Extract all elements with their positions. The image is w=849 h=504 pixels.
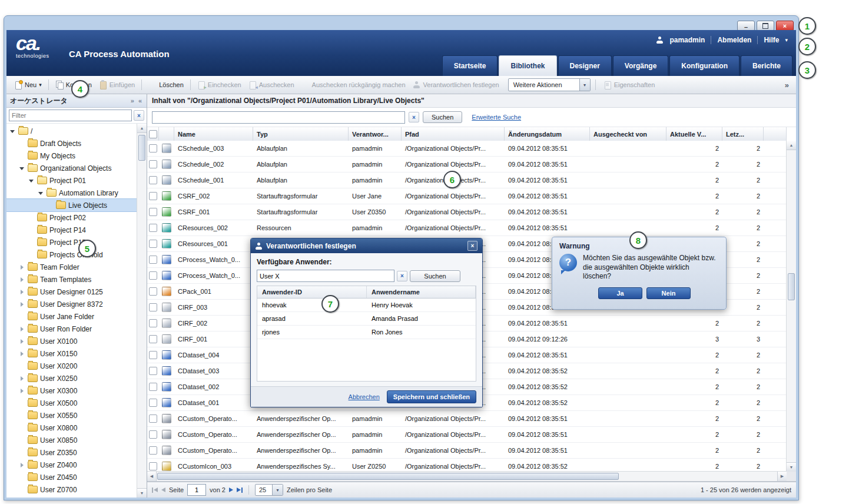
tree-item-root[interactable]: /	[6, 125, 137, 137]
page-number-input[interactable]	[187, 484, 206, 496]
table-row[interactable]: CSchedule_003Ablaufplanpamadmin/Organiza…	[147, 141, 787, 157]
row-checkbox[interactable]	[149, 319, 157, 327]
logout-link[interactable]: Abmelden	[717, 36, 751, 44]
tab-designer[interactable]: Designer	[558, 55, 612, 76]
column-pfad[interactable]: Pfad	[402, 127, 505, 141]
column-anwendername[interactable]: Anwendername	[367, 286, 476, 298]
row-checkbox[interactable]	[149, 176, 157, 184]
tree-item-user-z0450[interactable]: User Z0450	[6, 471, 137, 483]
tree-collapsed-icon[interactable]	[18, 374, 26, 382]
tree-item-user-x0150[interactable]: User X0150	[6, 347, 137, 360]
tree-collapsed-icon[interactable]	[18, 337, 26, 345]
tree-item-user-x0550[interactable]: User X0550	[6, 409, 137, 422]
tree-scrollbar[interactable]: ▲ ▼	[137, 124, 147, 498]
l-schen-button[interactable]: Löschen	[145, 79, 187, 91]
column-anwender-id[interactable]: Anwender-ID	[257, 286, 367, 298]
search-button[interactable]: Suchen	[423, 111, 462, 123]
scroll-down-icon[interactable]: ▼	[137, 488, 147, 498]
table-row[interactable]: CSchedule_002Ablaufplanpamadmin/Organiza…	[147, 157, 787, 173]
row-checkbox[interactable]	[149, 144, 157, 152]
sidebar-collapse-icons[interactable]: » «	[131, 97, 143, 104]
tab-startseite[interactable]: Startseite	[442, 55, 498, 76]
tree-collapsed-icon[interactable]	[18, 350, 26, 357]
tree-item-user-designer-0125[interactable]: User Designer 0125	[6, 286, 137, 298]
search-clear-icon[interactable]: ×	[409, 112, 419, 122]
tree-expanded-icon[interactable]	[28, 177, 35, 184]
help-menu[interactable]: Hilfe	[764, 36, 779, 44]
scroll-thumb[interactable]	[138, 135, 145, 161]
scroll-down-icon[interactable]: ▼	[787, 462, 796, 472]
tree-collapsed-icon[interactable]	[18, 263, 26, 271]
neu-button[interactable]: Neu▾	[11, 79, 45, 91]
dialog-close-icon[interactable]: ×	[467, 241, 477, 251]
tree-expanded-icon[interactable]	[37, 189, 45, 197]
tree-item-team-templates[interactable]: Team Templates	[6, 273, 137, 286]
save-and-close-button[interactable]: Speichern und schließen	[387, 390, 476, 403]
tree-item-my-objects[interactable]: My Objects	[6, 150, 137, 162]
user-row[interactable]: rjonesRon Jones	[257, 326, 476, 339]
column-aktuelle-version[interactable]: Aktuelle V...	[666, 127, 722, 141]
row-checkbox[interactable]	[149, 271, 157, 280]
scroll-up-icon[interactable]: ▲	[787, 141, 796, 150]
tree-collapsed-icon[interactable]	[18, 276, 26, 283]
table-row[interactable]: CSRF_002StartauftragsformularUser Jane/O…	[147, 188, 787, 204]
grid-horizontal-scrollbar[interactable]: ◀ ▶	[147, 471, 787, 481]
row-checkbox[interactable]	[149, 240, 157, 248]
tree-item-live-objects[interactable]: Live Objects	[6, 199, 137, 211]
row-checkbox[interactable]	[149, 367, 157, 375]
tree-item-project-p02[interactable]: Project P02	[6, 211, 137, 224]
table-row[interactable]: CCustomIcon_003Anwenderspezifisches Sy..…	[147, 459, 787, 472]
scroll-right-icon[interactable]: ▶	[777, 472, 787, 481]
column-letzte-version[interactable]: Letz...	[722, 127, 764, 141]
tree-collapsed-icon[interactable]	[18, 461, 26, 469]
row-checkbox[interactable]	[149, 287, 157, 296]
table-row[interactable]: CSRF_001StartauftragsformularUser Z0350/…	[147, 204, 787, 220]
row-checkbox[interactable]	[149, 462, 157, 470]
row-checkbox[interactable]	[149, 303, 157, 311]
user-search-input[interactable]	[257, 270, 394, 282]
tree-expanded-icon[interactable]	[9, 127, 16, 135]
tree-item-user-z0700[interactable]: User Z0700	[6, 483, 137, 496]
grid-vertical-scrollbar[interactable]: ▲ ▼	[786, 141, 796, 472]
tree-collapsed-icon[interactable]	[18, 300, 26, 308]
tree-item-draft-objects[interactable]: Draft Objects	[6, 137, 137, 150]
scroll-thumb[interactable]	[788, 273, 795, 300]
more-actions-dropdown[interactable]: Weitere Aktionen ▾	[508, 78, 591, 91]
scroll-thumb[interactable]	[157, 473, 619, 480]
row-checkbox[interactable]	[149, 399, 157, 407]
column-aenderungsdatum[interactable]: Änderungsdatum	[505, 127, 590, 141]
cancel-link[interactable]: Abbrechen	[349, 393, 380, 400]
table-row[interactable]: CResources_002Ressourcenpamadmin/Organiz…	[147, 220, 787, 236]
row-checkbox[interactable]	[149, 430, 157, 439]
tree-item-user-x0100[interactable]: User X0100	[6, 335, 137, 347]
tree-item-user-designer-8372[interactable]: User Designer 8372	[6, 298, 137, 310]
tree-item-project-p01[interactable]: Project P01	[6, 174, 137, 187]
table-row[interactable]: CSchedule_001Ablaufplanpamadmin/Organiza…	[147, 173, 787, 188]
row-checkbox[interactable]	[149, 224, 157, 232]
tree-item-user-z0400[interactable]: User Z0400	[6, 459, 137, 471]
tree-collapsed-icon[interactable]	[18, 325, 26, 333]
table-row[interactable]: CCustom_Operato...Anwenderspezifischer O…	[147, 427, 787, 443]
tree-item-team-folder[interactable]: Team Folder	[6, 261, 137, 273]
column-ausgecheckt-von[interactable]: Ausgecheckt von	[590, 127, 666, 141]
tree-item-user-z0350[interactable]: User Z0350	[6, 446, 137, 459]
row-checkbox[interactable]	[149, 415, 157, 423]
dialog-titlebar[interactable]: Verantwortlichen festlegen ×	[251, 238, 482, 253]
select-all-checkbox[interactable]	[149, 130, 157, 138]
filter-clear-icon[interactable]: ×	[134, 110, 144, 121]
tree-item-user-x0250[interactable]: User X0250	[6, 372, 137, 384]
yes-button[interactable]: Ja	[598, 287, 642, 299]
column-typ[interactable]: Typ	[253, 127, 349, 141]
tree-item-user-ron-folder[interactable]: User Ron Folder	[6, 323, 137, 335]
scroll-up-icon[interactable]: ▲	[137, 124, 147, 133]
tree-item-user-x0500[interactable]: User X0500	[6, 397, 137, 409]
tree-item-project-p14[interactable]: Project P14	[6, 224, 137, 236]
tree-item-projects-on-hold[interactable]: Projects On Hold	[6, 248, 137, 261]
tree-item-user-x0850[interactable]: User X0850	[6, 434, 137, 446]
tree-item-project-p15[interactable]: Project P15	[6, 236, 137, 248]
table-row[interactable]: CCustom_Operato...Anwenderspezifischer O…	[147, 443, 787, 459]
tree-item-user-x0200[interactable]: User X0200	[6, 360, 137, 372]
toolbar-overflow-button[interactable]: »	[782, 81, 791, 89]
row-checkbox[interactable]	[149, 192, 157, 200]
tree-item-organizational-objects[interactable]: Organizational Objects	[6, 162, 137, 174]
